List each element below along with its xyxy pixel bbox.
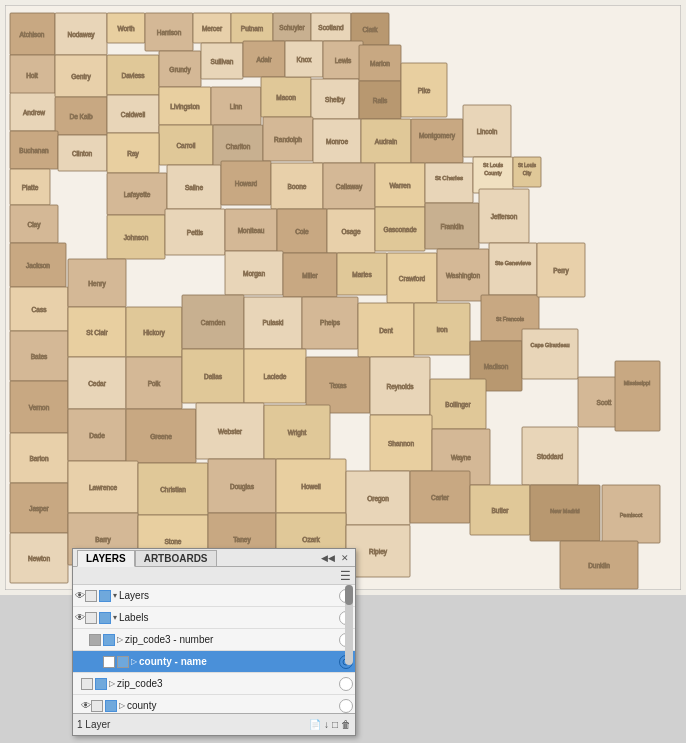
svg-rect-131	[489, 243, 537, 295]
svg-text:Cass: Cass	[32, 306, 48, 313]
svg-text:Ray: Ray	[127, 150, 139, 158]
panel-tabs[interactable]: LAYERS ARTBOARDS	[77, 550, 217, 566]
svg-text:Atchison: Atchison	[20, 31, 45, 38]
panel-controls: ◀◀ ✕	[319, 553, 351, 563]
target-circle-zip3[interactable]	[339, 677, 353, 691]
svg-text:Douglas: Douglas	[230, 483, 255, 491]
duplicate-layer-icon[interactable]: □	[332, 719, 338, 730]
svg-text:Camden: Camden	[201, 319, 226, 326]
layers-panel[interactable]: LAYERS ARTBOARDS ◀◀ ✕ ☰ 👁 ▾ Layers 👁 ▾	[72, 548, 356, 736]
svg-text:Schuyler: Schuyler	[279, 24, 305, 32]
svg-text:Vernon: Vernon	[29, 404, 50, 411]
svg-text:St Charles: St Charles	[435, 175, 463, 181]
svg-text:Webster: Webster	[218, 428, 243, 435]
svg-text:Grundy: Grundy	[169, 66, 191, 74]
svg-text:Pulaski: Pulaski	[263, 319, 284, 326]
svg-text:Bollinger: Bollinger	[445, 401, 471, 409]
svg-text:Randolph: Randolph	[274, 136, 302, 144]
svg-text:Dade: Dade	[89, 432, 105, 439]
move-to-layer-icon[interactable]: ↓	[324, 719, 329, 730]
svg-text:Johnson: Johnson	[124, 234, 149, 241]
svg-rect-175	[615, 361, 660, 431]
svg-text:Sullivan: Sullivan	[211, 58, 234, 65]
svg-text:St Francois: St Francois	[496, 316, 524, 322]
svg-rect-73	[411, 119, 463, 163]
svg-rect-155	[522, 329, 578, 379]
layer-row-zipcode3[interactable]: ▷ zip_code3	[73, 673, 355, 695]
visibility-icon-county[interactable]: 👁	[81, 700, 91, 711]
svg-text:Worth: Worth	[117, 25, 135, 32]
svg-text:Putnam: Putnam	[241, 25, 263, 32]
close-icon[interactable]: ✕	[339, 553, 351, 563]
svg-text:Ralls: Ralls	[373, 97, 388, 104]
tab-artboards[interactable]: ARTBOARDS	[135, 550, 217, 566]
missouri-map[interactable]: Atchison Nodaway Worth Harrison Mercer P…	[5, 5, 681, 590]
scroll-indicator[interactable]	[345, 585, 353, 665]
svg-text:Chariton: Chariton	[226, 143, 251, 150]
svg-text:Macon: Macon	[276, 94, 296, 101]
visibility-icon-labels[interactable]: 👁	[75, 612, 85, 623]
svg-text:Livingston: Livingston	[170, 103, 200, 111]
svg-text:Holt: Holt	[26, 72, 38, 79]
color-swatch-county	[103, 656, 115, 668]
layer-row-labels[interactable]: 👁 ▾ Labels	[73, 607, 355, 629]
svg-text:Howard: Howard	[235, 180, 258, 187]
svg-text:Barry: Barry	[95, 536, 111, 544]
collapse-icon[interactable]: ◀◀	[319, 553, 337, 563]
svg-text:Montgomery: Montgomery	[419, 132, 456, 140]
layer-row-county-name[interactable]: ▷ county - name	[73, 651, 355, 673]
color-swatch-zip3num	[89, 634, 101, 646]
layer-row-zipcode3-number[interactable]: ▷ zip_code3 - number	[73, 629, 355, 651]
svg-text:Nodaway: Nodaway	[67, 31, 95, 39]
expand-arrow-layers[interactable]: ▾	[113, 591, 117, 600]
expand-arrow-county2[interactable]: ▷	[119, 701, 125, 710]
svg-text:Wayne: Wayne	[451, 454, 471, 462]
svg-text:Pike: Pike	[418, 87, 431, 94]
svg-text:Lincoln: Lincoln	[477, 128, 498, 135]
svg-text:Shannon: Shannon	[388, 440, 414, 447]
svg-text:Warren: Warren	[389, 182, 410, 189]
svg-text:Saline: Saline	[185, 184, 203, 191]
expand-arrow-zip3num[interactable]: ▷	[117, 635, 123, 644]
color-swatch2-zip3num	[103, 634, 115, 646]
tab-layers[interactable]: LAYERS	[77, 550, 135, 567]
svg-text:Marion: Marion	[370, 60, 390, 67]
color-swatch2-county	[117, 656, 129, 668]
svg-text:Laclede: Laclede	[264, 373, 287, 380]
svg-text:Reynolds: Reynolds	[386, 383, 414, 391]
svg-text:Adair: Adair	[256, 56, 272, 63]
svg-text:Washington: Washington	[446, 272, 480, 280]
svg-text:Phelps: Phelps	[320, 319, 341, 327]
layer-row-layers[interactable]: 👁 ▾ Layers	[73, 585, 355, 607]
svg-text:Hickory: Hickory	[143, 329, 165, 337]
svg-text:Madison: Madison	[484, 363, 509, 370]
color-swatch-layers	[85, 590, 97, 602]
layer-row-county[interactable]: 👁 ▷ county	[73, 695, 355, 713]
target-circle-county2[interactable]	[339, 699, 353, 713]
svg-text:Lafayette: Lafayette	[124, 191, 151, 199]
svg-text:Texas: Texas	[330, 382, 348, 389]
panel-menu-icon[interactable]: ☰	[340, 569, 351, 583]
expand-arrow-county[interactable]: ▷	[131, 657, 137, 666]
svg-text:Shelby: Shelby	[325, 96, 346, 104]
expand-arrow-labels[interactable]: ▾	[113, 613, 117, 622]
layer-name-zip3num: zip_code3 - number	[125, 634, 337, 645]
delete-layer-icon[interactable]: 🗑	[341, 719, 351, 730]
svg-text:St Louis: St Louis	[518, 162, 537, 168]
panel-footer: 1 Layer 📄 ↓ □ 🗑	[73, 713, 355, 735]
new-layer-icon[interactable]: 📄	[309, 719, 321, 730]
panel-titlebar: LAYERS ARTBOARDS ◀◀ ✕	[73, 549, 355, 567]
svg-text:Ozark: Ozark	[302, 536, 320, 543]
svg-text:Harrison: Harrison	[157, 29, 182, 36]
panel-options-row: ☰	[73, 567, 355, 585]
layer-name-county: county - name	[139, 656, 337, 667]
svg-text:Franklin: Franklin	[440, 223, 464, 230]
layer-name-zip3: zip_code3	[117, 678, 337, 689]
svg-rect-91	[425, 163, 473, 203]
svg-text:Morgan: Morgan	[243, 270, 265, 278]
svg-text:Callaway: Callaway	[336, 183, 363, 191]
visibility-icon-layers[interactable]: 👁	[75, 590, 85, 601]
expand-arrow-zip3[interactable]: ▷	[109, 679, 115, 688]
svg-text:Bates: Bates	[31, 353, 48, 360]
svg-text:St Louis: St Louis	[483, 162, 503, 168]
